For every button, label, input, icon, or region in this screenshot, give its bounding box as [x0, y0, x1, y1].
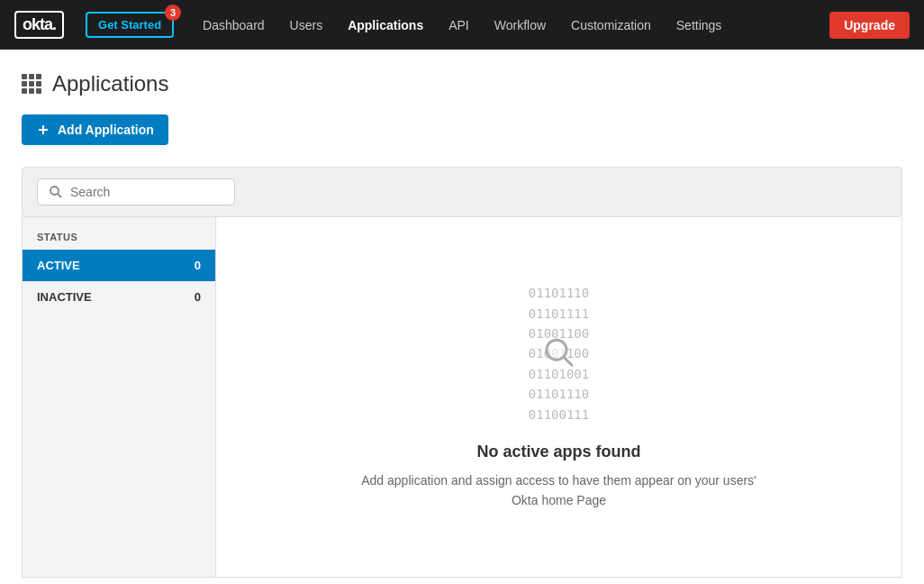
sidebar-status-label: STATUS [23, 217, 215, 250]
nav-link-api[interactable]: API [438, 13, 480, 38]
content-area: STATUS ACTIVE 0 INACTIVE 0 01101110 0110… [22, 217, 902, 578]
sidebar-inactive-label: INACTIVE [37, 290, 92, 304]
get-started-button[interactable]: Get Started 3 [86, 12, 174, 38]
binary-display: 01101110 01101111 01001100 01001100 0110… [529, 283, 589, 424]
no-apps-description: Add application and assign access to hav… [361, 470, 756, 511]
svg-point-0 [50, 187, 59, 195]
search-icon [49, 185, 63, 199]
empty-state-search-icon [543, 336, 575, 369]
sidebar-item-active[interactable]: ACTIVE 0 [23, 250, 215, 281]
notification-badge: 3 [165, 5, 181, 21]
add-application-button[interactable]: Add Application [22, 114, 168, 145]
upgrade-button[interactable]: Upgrade [829, 12, 910, 39]
logo: okta. [14, 11, 78, 39]
navbar: okta. Get Started 3 Dashboard Users Appl… [0, 0, 924, 50]
nav-link-dashboard[interactable]: Dashboard [192, 13, 276, 38]
add-icon [36, 123, 50, 137]
svg-line-1 [58, 194, 61, 197]
apps-grid-icon [22, 74, 41, 94]
nav-link-workflow[interactable]: Workflow [484, 13, 557, 38]
add-application-label: Add Application [58, 123, 154, 137]
sidebar: STATUS ACTIVE 0 INACTIVE 0 [23, 217, 216, 577]
page-header: Applications [22, 71, 902, 96]
okta-logo: okta. [14, 11, 64, 39]
binary-line-6: 01101110 [529, 384, 589, 404]
empty-state-panel: 01101110 01101111 01001100 01001100 0110… [216, 217, 901, 577]
svg-line-3 [564, 357, 572, 365]
search-box [37, 178, 235, 205]
nav-link-applications[interactable]: Applications [337, 13, 434, 38]
search-input[interactable] [70, 185, 223, 199]
main-content: Applications Add Application STATUS ACTI… [0, 50, 924, 584]
no-apps-desc-line1: Add application and assign access to hav… [361, 473, 756, 488]
nav-link-customization[interactable]: Customization [560, 13, 662, 38]
sidebar-active-count: 0 [195, 259, 201, 272]
binary-line-7: 01100111 [529, 405, 589, 424]
sidebar-inactive-count: 0 [195, 290, 201, 304]
no-apps-title: No active apps found [476, 443, 640, 461]
nav-link-settings[interactable]: Settings [666, 13, 733, 38]
get-started-label: Get Started [98, 18, 161, 32]
sidebar-item-inactive[interactable]: INACTIVE 0 [23, 281, 215, 313]
nav-links: Dashboard Users Applications API Workflo… [192, 13, 829, 38]
binary-line-2: 01101111 [529, 304, 589, 324]
page-title: Applications [52, 71, 168, 96]
nav-link-users[interactable]: Users [279, 13, 334, 38]
binary-line-1: 01101110 [529, 283, 589, 303]
filter-area [22, 167, 902, 217]
sidebar-active-label: ACTIVE [37, 259, 80, 272]
no-apps-desc-line2: Okta home Page [512, 493, 606, 507]
